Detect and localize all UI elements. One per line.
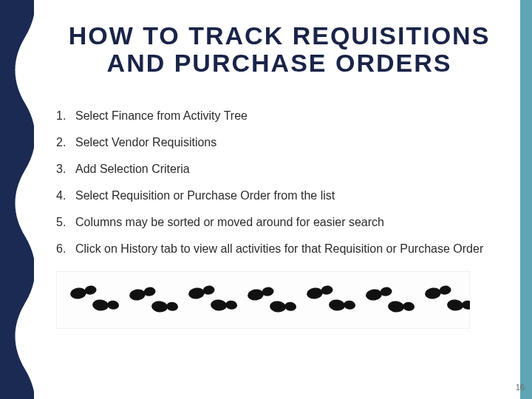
footprints-icon xyxy=(56,271,470,329)
step-text: Select Vendor Requisitions xyxy=(75,135,216,150)
list-item: Select Vendor Requisitions xyxy=(56,129,502,156)
step-text: Click on History tab to view all activit… xyxy=(75,242,483,256)
step-text: Select Requisition or Purchase Order fro… xyxy=(75,188,335,203)
list-item: Select Requisition or Purchase Order fro… xyxy=(56,183,502,209)
left-wave-stripe xyxy=(0,0,34,399)
steps-list: Select Finance from Activity Tree Select… xyxy=(56,103,502,262)
step-text: Select Finance from Activity Tree xyxy=(75,109,248,123)
step-text: Add Selection Criteria xyxy=(75,162,190,177)
page-number: 16 xyxy=(516,383,525,392)
list-item: Click on History tab to view all activit… xyxy=(56,236,502,262)
wave-edge-icon xyxy=(0,0,34,399)
footprints-graphic xyxy=(56,271,502,329)
list-item: Columns may be sorted or moved around fo… xyxy=(56,209,502,236)
slide-content: HOW TO TRACK REQUISITIONS AND PURCHASE O… xyxy=(44,0,514,399)
slide-title: HOW TO TRACK REQUISITIONS AND PURCHASE O… xyxy=(59,22,499,76)
step-text: Columns may be sorted or moved around fo… xyxy=(75,215,384,230)
list-item: Select Finance from Activity Tree xyxy=(56,103,502,129)
svg-rect-0 xyxy=(56,271,470,329)
list-item: Add Selection Criteria xyxy=(56,156,502,183)
right-accent-stripe xyxy=(520,0,532,399)
